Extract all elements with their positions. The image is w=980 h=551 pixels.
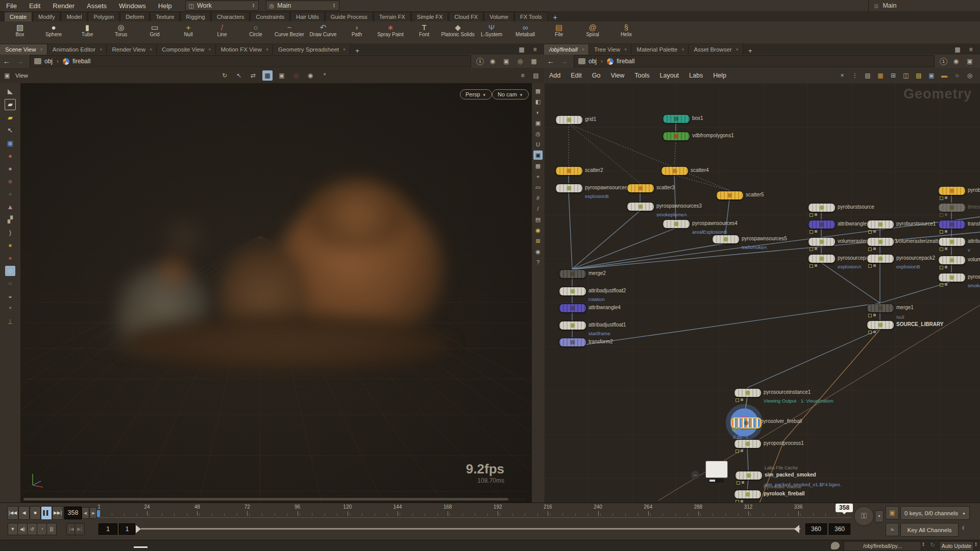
next-key-button[interactable]: ▶| [75, 523, 85, 535]
network-menu-layout[interactable]: Layout [655, 72, 684, 79]
set-key-dropdown[interactable]: ▼ [875, 510, 884, 522]
shelf-tool-font[interactable]: TFont [407, 21, 441, 43]
objects-icon[interactable]: ▦ [533, 161, 543, 170]
playback-mode-button[interactable]: ▼ [8, 523, 18, 535]
key-all-spinner[interactable]: ▲▼ [962, 525, 965, 531]
flag-badge-icon[interactable] [810, 247, 813, 251]
flipbook-icon[interactable]: ◉ [305, 70, 315, 81]
layout-grid-icon[interactable]: ⊞ [888, 70, 898, 81]
shelf-tool-metaball[interactable]: ∞Metaball [508, 21, 542, 43]
link-icon[interactable]: ◉ [951, 56, 961, 66]
viewport-scrollbar-handle[interactable] [23, 498, 508, 500]
menu-windows[interactable]: Windows [113, 2, 152, 10]
tab-close-icon[interactable]: × [681, 47, 684, 52]
range-end-field[interactable]: 360 [805, 523, 827, 535]
network-menu-add[interactable]: Add [544, 72, 566, 79]
node-body[interactable] [559, 304, 586, 313]
node-body[interactable] [734, 388, 762, 397]
lock-badge-icon[interactable] [873, 331, 876, 333]
tab-composite-view[interactable]: Composite View× [157, 44, 215, 55]
lock-badge-icon[interactable] [815, 264, 817, 267]
bypass-icon[interactable]: – [691, 471, 699, 479]
node-body[interactable] [938, 256, 966, 265]
node-body[interactable] [663, 114, 690, 123]
lock-badge-icon[interactable] [873, 247, 876, 250]
pane-layout-icon[interactable]: ▦ [952, 44, 963, 55]
box-pick-icon[interactable]: ▦ [262, 70, 273, 81]
node-body[interactable] [663, 132, 690, 141]
hook-tool-icon[interactable]: ) [5, 228, 15, 238]
node-body[interactable] [559, 269, 586, 279]
flag-badge-icon[interactable] [940, 213, 943, 217]
sphere-darkred-icon[interactable]: ● [5, 253, 15, 263]
shelf-tool-path[interactable]: ›Path [340, 21, 374, 43]
breadcrumb-node[interactable]: fireball [72, 58, 90, 65]
cube-view-icon[interactable]: ◧ [533, 97, 543, 106]
menu-file[interactable]: File [0, 2, 23, 10]
node-path-spinner[interactable]: ▲▼ [922, 542, 925, 547]
tab-close-icon[interactable]: × [582, 47, 584, 52]
flag-badge-icon[interactable] [868, 314, 872, 317]
lock-badge-icon[interactable] [945, 230, 947, 233]
node-box1[interactable]: box1 [663, 114, 690, 123]
breadcrumb[interactable]: obj › fireball [30, 55, 471, 67]
node-lib[interactable]: SOURCE_LIBRARYNull [867, 320, 894, 330]
windows-icon[interactable]: ◫ [901, 70, 911, 81]
node-body[interactable] [559, 338, 586, 347]
shelf-tab-cloud-fx[interactable]: Cloud FX [449, 12, 483, 21]
shelf-tool-platonic-solids[interactable]: ◆Platonic Solids [441, 21, 475, 43]
pane-layout-icon[interactable]: ▦ [517, 44, 527, 55]
draw-icon[interactable]: / [533, 204, 543, 213]
shelf-tab-rigging[interactable]: Rigging [180, 12, 210, 21]
node-vra3[interactable]: volumeraste [938, 256, 966, 265]
pen-tool-icon[interactable]: ◣ [5, 86, 15, 96]
menu-assets[interactable]: Assets [81, 2, 113, 10]
session-selector[interactable]: ▥ Main [868, 0, 976, 11]
lock-badge-icon[interactable] [815, 230, 817, 233]
key-all-channels-selector[interactable]: Key All Channels [900, 523, 959, 537]
pin-icon[interactable]: ▣ [501, 56, 511, 66]
view-orbit-icon[interactable]: ↻ [219, 70, 230, 81]
lock-badge-icon[interactable] [945, 283, 947, 286]
message-log-icon[interactable] [831, 542, 840, 549]
node-body[interactable] [808, 220, 836, 229]
node-aw1[interactable]: attribwrangle1 [808, 220, 836, 229]
display-icon[interactable]: ▦ [529, 56, 539, 66]
node-body[interactable] [731, 417, 762, 429]
node-psp2[interactable]: pyrosourcepack2explosionB [867, 254, 894, 263]
shelf-tool-line[interactable]: /Line [205, 21, 239, 43]
update-mode-spinner[interactable]: ▲▼ [974, 542, 977, 547]
axis-icon[interactable]: + [533, 172, 543, 181]
node-pbs1[interactable]: pyroburstsource1 [867, 220, 894, 229]
snap-grid-icon[interactable]: # [533, 193, 543, 203]
snapshot-count-badge[interactable]: 1 [940, 58, 947, 65]
node-body[interactable] [867, 220, 894, 229]
wrench-icon[interactable]: × [837, 70, 847, 81]
node-vra1[interactable]: volumerasterizeattributes1 [808, 237, 836, 246]
axis-origin-icon[interactable]: ⊥ [5, 317, 15, 327]
range-slider-left-handle[interactable] [136, 525, 141, 533]
view-selector-spinner[interactable]: ▲▼ [329, 3, 336, 8]
node-body[interactable] [734, 439, 762, 448]
find-node-icon[interactable]: ◎ [965, 70, 975, 81]
tab-tree-view[interactable]: Tree View× [589, 44, 631, 55]
tab-asset-browser[interactable]: Asset Browser× [689, 44, 743, 55]
node-solver[interactable]: pyrosolver_fireball0.25 [731, 417, 762, 429]
flag-badge-icon[interactable] [810, 264, 813, 268]
node-psp1[interactable]: pyrosourcepack1explosionA [808, 254, 836, 263]
range-slider-track[interactable] [141, 528, 800, 530]
view-highlight-icon[interactable]: ▣ [533, 151, 543, 160]
eye-zoom-icon[interactable]: ◉ [533, 247, 543, 256]
shelf-tool-sphere[interactable]: ●Sphere [37, 21, 70, 43]
node-transform1[interactable]: transform1 [938, 220, 966, 229]
shelf-tool-draw-curve[interactable]: ↶Draw Curve [306, 21, 340, 43]
node-body[interactable] [716, 191, 744, 200]
node-scatter5[interactable]: scatter5 [716, 191, 744, 200]
tab-obj-fireball[interactable]: /obj/fireball× [544, 44, 589, 55]
zoom-region-icon[interactable]: ▣ [277, 70, 287, 81]
node-body[interactable] [735, 471, 763, 480]
menu-render[interactable]: Render [46, 2, 81, 10]
utility-pot-icon[interactable]: ◒ [5, 291, 15, 302]
view-mode-icon[interactable]: ▣ [2, 70, 12, 81]
camera-selector[interactable]: No cam▼ [492, 89, 529, 99]
